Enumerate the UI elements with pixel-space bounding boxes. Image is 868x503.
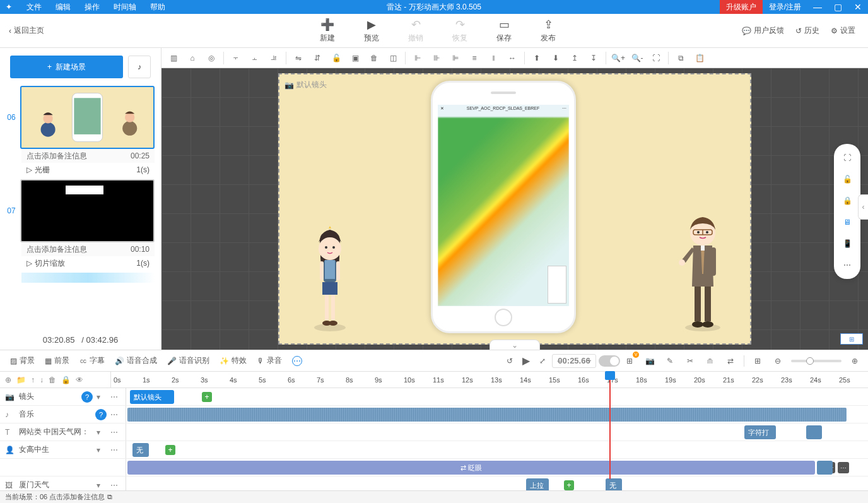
scene-thumbnail-partial[interactable] bbox=[21, 273, 155, 283]
trash-icon[interactable]: 🗑 bbox=[366, 50, 382, 66]
collapse-handle[interactable]: ⌄ bbox=[490, 340, 540, 350]
stage-content[interactable]: 📷 默认镜头 ✕SEVP_AOC_RDCP_SLDAS_EBREF⋯ bbox=[278, 73, 751, 345]
fx-button[interactable]: ✨特效 bbox=[216, 355, 250, 366]
flow-icon[interactable]: ⇄ bbox=[724, 354, 737, 368]
bg-button[interactable]: ▨背景 bbox=[6, 355, 38, 366]
scene-note-input[interactable]: 点击添加备注信息 00:10 bbox=[21, 242, 155, 256]
monitor-icon[interactable]: 🖥 bbox=[841, 216, 853, 228]
group-icon[interactable]: ◫ bbox=[385, 50, 401, 66]
distribute-h-icon[interactable]: ≡ bbox=[466, 50, 483, 66]
timeline-ruler[interactable]: 0s1s2s3s4s5s6s7s8s9s10s11s12s13s14s15s16… bbox=[111, 372, 868, 388]
asr-button[interactable]: 🎤语音识别 bbox=[163, 355, 213, 366]
aspect-ratio-button[interactable]: ⊞ bbox=[840, 333, 863, 345]
menu-action[interactable]: 操作 bbox=[78, 1, 106, 14]
spacing-icon[interactable]: ↔ bbox=[504, 50, 520, 66]
phone-element[interactable]: ✕SEVP_AOC_RDCP_SLDAS_EBREF⋯ bbox=[431, 81, 576, 333]
scene-item[interactable]: 06 点击添加备注信息 00:25 bbox=[3, 86, 161, 177]
add-clip-button[interactable]: + bbox=[165, 445, 175, 455]
preview-button[interactable]: ▶预览 bbox=[349, 18, 394, 44]
edit-icon[interactable]: ✎ bbox=[663, 354, 677, 368]
text-clip-end[interactable] bbox=[806, 425, 822, 439]
subtitle-button[interactable]: ㏄字幕 bbox=[76, 355, 108, 366]
redo-button[interactable]: ↷恢复 bbox=[438, 18, 482, 44]
menu-timeline[interactable]: 时间轴 bbox=[107, 1, 143, 14]
publish-button[interactable]: ⇪发布 bbox=[526, 18, 570, 44]
mobile-icon[interactable]: 📱 bbox=[841, 237, 853, 250]
cut-icon[interactable]: ✂ bbox=[683, 354, 697, 368]
lock-icon[interactable]: 🔓 bbox=[328, 50, 344, 66]
more-h-icon[interactable]: ⋯ bbox=[110, 410, 120, 419]
text-clip[interactable]: 字符打 bbox=[744, 425, 776, 439]
copy-status-icon[interactable]: ⧉ bbox=[107, 493, 112, 501]
history-button[interactable]: ↺历史 bbox=[795, 25, 819, 36]
align-right-icon[interactable]: ⊫ bbox=[447, 50, 464, 66]
back-home-button[interactable]: ‹ 返回主页 bbox=[0, 25, 53, 36]
forward-icon[interactable]: ↥ bbox=[566, 50, 583, 66]
zoom-out-tl-icon[interactable]: ⊖ bbox=[771, 354, 785, 368]
zoom-in-tl-icon[interactable]: ⊕ bbox=[848, 354, 862, 368]
distribute-v-icon[interactable]: ⦀ bbox=[485, 50, 501, 66]
unlock-icon[interactable]: 🔓 bbox=[841, 173, 853, 186]
girl-clip-wu[interactable]: 无 bbox=[132, 443, 149, 457]
play-button[interactable]: ▶ bbox=[519, 354, 533, 368]
scene-thumbnail[interactable] bbox=[20, 86, 155, 149]
more-h-icon[interactable]: ⋯ bbox=[110, 393, 120, 401]
fullscreen-icon[interactable]: ⛶ bbox=[841, 151, 853, 164]
align-left-icon[interactable]: ⊩ bbox=[409, 50, 426, 66]
help-icon[interactable]: ? bbox=[95, 409, 107, 420]
menu-help[interactable]: 帮助 bbox=[144, 1, 172, 14]
upgrade-button[interactable]: 升级账户 bbox=[720, 0, 763, 14]
menu-edit[interactable]: 编辑 bbox=[49, 1, 77, 14]
visible-icon[interactable]: 👁 bbox=[76, 376, 83, 384]
expand-icon[interactable]: ⤢ bbox=[536, 354, 549, 368]
music-button[interactable]: ♪ bbox=[128, 56, 151, 78]
chevron-down-icon[interactable]: ▾ bbox=[97, 481, 107, 490]
add-clip-button[interactable]: + bbox=[564, 480, 574, 490]
more-button[interactable]: ⋯ bbox=[288, 356, 306, 366]
align-tool-icon[interactable]: ▥ bbox=[165, 50, 182, 66]
canvas-stage[interactable]: 📷 默认镜头 ✕SEVP_AOC_RDCP_SLDAS_EBREF⋯ bbox=[161, 68, 868, 350]
target-icon[interactable]: ◎ bbox=[203, 50, 220, 66]
more-icon[interactable]: ⋯ bbox=[841, 259, 853, 271]
scene-item[interactable]: 07 点击添加备注信息 00:10 ▷切片缩放 1(s) bbox=[3, 179, 161, 270]
help-icon[interactable]: ? bbox=[81, 391, 93, 403]
man-character[interactable] bbox=[674, 211, 731, 337]
scene-transition[interactable]: ▷切片缩放 1(s) bbox=[21, 256, 155, 270]
add-track-icon[interactable]: ⊕ bbox=[5, 376, 11, 384]
home-icon[interactable]: ⌂ bbox=[184, 50, 201, 66]
zoom-in-icon[interactable]: 🔍+ bbox=[610, 50, 626, 66]
flip-v-icon[interactable]: ⇵ bbox=[309, 50, 326, 66]
playhead[interactable] bbox=[609, 372, 611, 479]
fg-button[interactable]: ▦前景 bbox=[41, 355, 73, 366]
more-h-icon[interactable]: ⋯ bbox=[110, 481, 120, 490]
camera-clip[interactable]: 默认镜头 bbox=[130, 390, 174, 404]
align-bottom-icon[interactable]: ⫡ bbox=[266, 50, 282, 66]
zoom-slider[interactable] bbox=[791, 360, 842, 362]
audio-clip[interactable] bbox=[127, 408, 847, 422]
flip-h-icon[interactable]: ⇋ bbox=[290, 50, 307, 66]
more-h-icon[interactable]: ⋯ bbox=[110, 428, 120, 437]
fit-icon[interactable]: ⛶ bbox=[648, 50, 664, 66]
scene-thumbnail[interactable] bbox=[20, 179, 155, 242]
minimize-button[interactable]: — bbox=[807, 0, 828, 14]
scene-note-input[interactable]: 点击添加备注信息 00:25 bbox=[21, 149, 155, 163]
tts-button[interactable]: 🔊语音合成 bbox=[111, 355, 161, 366]
send-back-icon[interactable]: ⬇ bbox=[548, 50, 564, 66]
settings-button[interactable]: ⚙设置 bbox=[831, 25, 855, 36]
undo-button[interactable]: ↶撤销 bbox=[394, 18, 438, 44]
backward-icon[interactable]: ↧ bbox=[585, 50, 602, 66]
girl-blink-clip[interactable]: ⇄ 眨眼 bbox=[127, 461, 815, 475]
chevron-down-icon[interactable]: ▾ bbox=[97, 393, 107, 401]
maximize-button[interactable]: ▢ bbox=[828, 0, 848, 14]
zoom-out-icon[interactable]: 🔍- bbox=[629, 50, 645, 66]
new-button[interactable]: ➕新建 bbox=[305, 18, 349, 44]
scene-transition[interactable]: ▷光栅 1(s) bbox=[21, 163, 155, 177]
login-button[interactable]: 登录/注册 bbox=[763, 2, 807, 13]
save-button[interactable]: ▭保存 bbox=[482, 18, 526, 44]
menu-file[interactable]: 文件 bbox=[20, 1, 48, 14]
record-button[interactable]: 🎙录音 bbox=[253, 355, 286, 366]
align-center-icon[interactable]: ⊪ bbox=[428, 50, 445, 66]
down-icon[interactable]: ↓ bbox=[40, 376, 44, 384]
lock-track-icon[interactable]: 🔒 bbox=[61, 376, 71, 384]
toggle-switch[interactable] bbox=[599, 355, 620, 367]
